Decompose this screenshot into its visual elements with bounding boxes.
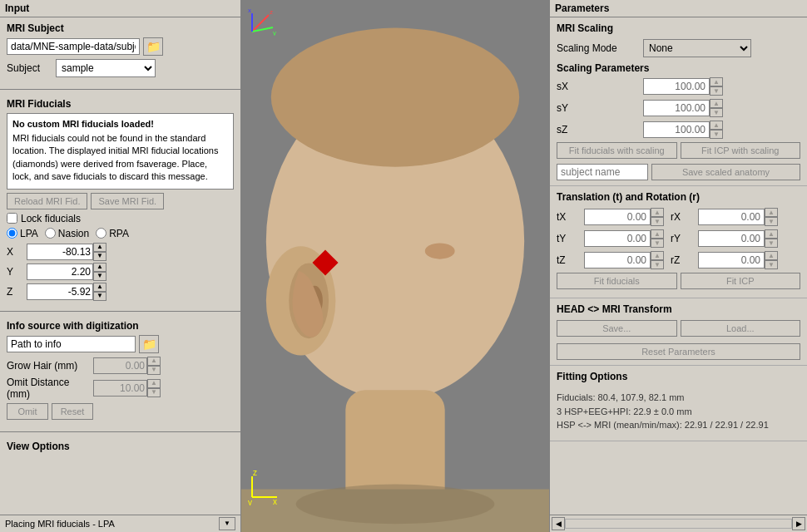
omit-distance-spin-down[interactable]: ▼: [147, 388, 161, 397]
fit-icp-scaling-btn[interactable]: Fit ICP with scaling: [681, 142, 801, 159]
left-scroll-down[interactable]: ▼: [219, 517, 235, 530]
subject-label: Subject: [7, 62, 52, 74]
sx-spin-up[interactable]: ▲: [710, 77, 723, 86]
grow-hair-input[interactable]: 0.00: [93, 357, 147, 374]
reset-parameters-btn[interactable]: Reset Parameters: [557, 343, 800, 360]
scaling-mode-select[interactable]: None: [643, 39, 751, 57]
nasion-radio[interactable]: [45, 228, 56, 239]
lock-fiducials-checkbox[interactable]: [7, 213, 17, 224]
z-spinbox: -5.92 ▲ ▼: [27, 283, 106, 301]
tz-spinbox: 0.00 ▲ ▼: [584, 251, 664, 269]
scaling-mode-label: Scaling Mode: [557, 42, 640, 54]
rz-input[interactable]: 0.00: [698, 252, 765, 268]
sy-spinbox: 100.00 ▲ ▼: [643, 99, 723, 117]
info-source-title: Info source with digitization: [7, 320, 234, 332]
z-coord-input[interactable]: -5.92: [27, 283, 93, 300]
mri-path-input[interactable]: data/MNE-sample-data/subjects: [7, 38, 140, 55]
scaling-params-label: Scaling Parameters: [557, 62, 800, 74]
sy-spin-btns: ▲ ▼: [710, 99, 723, 117]
right-scroll-left[interactable]: ◀: [552, 517, 565, 530]
fitting-text: Fiducials: 80.4, 107.9, 82.1 mm 3 HSP+EE…: [557, 387, 800, 436]
tz-input[interactable]: 0.00: [584, 252, 651, 268]
mri-fiducials-section: MRI Fiducials No custom MRI fiducials lo…: [0, 93, 240, 308]
x-spin-down[interactable]: ▼: [93, 252, 106, 261]
sz-label: sZ: [557, 124, 640, 135]
y-spin-down[interactable]: ▼: [93, 272, 106, 281]
z-spin-up[interactable]: ▲: [93, 283, 106, 292]
tx-input[interactable]: 0.00: [584, 209, 651, 225]
sz-spin-down[interactable]: ▼: [710, 130, 723, 139]
sy-row: sY 100.00 ▲ ▼: [557, 99, 800, 117]
svg-text:y: y: [273, 29, 276, 36]
y-spinbox: 2.20 ▲ ▼: [27, 263, 106, 281]
view-options-section: View Options: [0, 436, 240, 461]
save-transform-btn[interactable]: Save...: [557, 320, 677, 337]
mri-path-folder-btn[interactable]: 📁: [143, 37, 163, 56]
z-spin-down[interactable]: ▼: [93, 292, 106, 301]
info-path-input[interactable]: [7, 336, 136, 352]
grow-hair-row: Grow Hair (mm) 0.00 ▲ ▼: [7, 357, 234, 375]
fit-icp-btn[interactable]: Fit ICP: [681, 273, 801, 289]
tx-label: tX: [557, 211, 577, 223]
reload-mri-fid-btn[interactable]: Reload MRI Fid.: [7, 193, 87, 209]
grow-hair-spin-up[interactable]: ▲: [147, 357, 161, 366]
fit-fiducials-scaling-btn[interactable]: Fit fiducials with scaling: [557, 142, 677, 159]
right-panel-title: Parameters: [550, 0, 807, 17]
rx-spin-up[interactable]: ▲: [765, 208, 778, 217]
svg-point-9: [296, 485, 495, 525]
reset-btn[interactable]: Reset: [52, 403, 93, 420]
sz-input[interactable]: 100.00: [643, 121, 710, 138]
ty-input[interactable]: 0.00: [584, 230, 651, 247]
grow-hair-spin-down[interactable]: ▼: [147, 366, 161, 375]
ry-input[interactable]: 0.00: [698, 230, 765, 247]
rx-input[interactable]: 0.00: [698, 209, 765, 225]
lock-fiducials-row: Lock fiducials: [7, 213, 234, 224]
svg-point-6: [271, 28, 519, 167]
tx-spin-btns: ▲ ▼: [651, 208, 664, 226]
x-spin-up[interactable]: ▲: [93, 243, 106, 252]
lpa-radio[interactable]: [7, 228, 17, 239]
tx-spin-up[interactable]: ▲: [651, 208, 664, 217]
scaling-mode-row: Scaling Mode None: [557, 39, 800, 57]
status-bar: Placing MRI fiducials - LPA ▼: [0, 515, 240, 532]
fitting-line2: 3 HSP+EEG+HPI: 22.9 ± 0.0 mm: [557, 405, 800, 419]
subject-name-input[interactable]: [557, 164, 648, 180]
sy-spin-up[interactable]: ▲: [710, 99, 723, 108]
sz-spin-up[interactable]: ▲: [710, 121, 723, 130]
omit-distance-spin-up[interactable]: ▲: [147, 379, 161, 388]
rz-spin-down[interactable]: ▼: [765, 260, 778, 269]
viewport-3d[interactable]: z y x z y x: [241, 0, 549, 532]
omit-btn[interactable]: Omit: [7, 403, 48, 420]
lpa-radio-label: LPA: [7, 228, 38, 239]
sy-label: sY: [557, 102, 640, 114]
rpa-label: RPA: [109, 228, 129, 239]
load-transform-btn[interactable]: Load...: [681, 320, 801, 337]
ry-spin-down[interactable]: ▼: [765, 239, 778, 248]
sy-spin-down[interactable]: ▼: [710, 108, 723, 117]
right-scroll-right[interactable]: ▶: [792, 517, 805, 530]
tx-spin-down[interactable]: ▼: [651, 217, 664, 226]
omit-distance-input[interactable]: 10.00: [93, 380, 147, 397]
sx-spin-down[interactable]: ▼: [710, 86, 723, 96]
tz-spin-down[interactable]: ▼: [651, 260, 664, 269]
info-path-folder-btn[interactable]: 📁: [139, 335, 159, 353]
y-coord-input[interactable]: 2.20: [27, 264, 93, 280]
ty-spin-down[interactable]: ▼: [651, 239, 664, 248]
fitting-options-title: Fitting Options: [557, 371, 800, 382]
save-scaled-anatomy-btn[interactable]: Save scaled anatomy: [651, 164, 800, 180]
y-spin-up[interactable]: ▲: [93, 263, 106, 272]
tz-spin-up[interactable]: ▲: [651, 251, 664, 260]
x-coord-input[interactable]: -80.13: [27, 244, 93, 260]
sy-input[interactable]: 100.00: [643, 100, 710, 116]
subject-select[interactable]: sample: [56, 59, 156, 77]
ry-spin-up[interactable]: ▲: [765, 229, 778, 239]
fit-fiducials-btn[interactable]: Fit fiducials: [557, 273, 677, 289]
rz-spin-up[interactable]: ▲: [765, 251, 778, 260]
sx-input[interactable]: 100.00: [643, 78, 710, 95]
ty-spinbox: 0.00 ▲ ▼: [584, 229, 664, 248]
ty-spin-btns: ▲ ▼: [651, 229, 664, 248]
save-mri-fid-btn[interactable]: Save MRI Fid.: [91, 193, 164, 209]
rx-spin-down[interactable]: ▼: [765, 217, 778, 226]
rpa-radio[interactable]: [96, 228, 106, 239]
ty-spin-up[interactable]: ▲: [651, 229, 664, 239]
